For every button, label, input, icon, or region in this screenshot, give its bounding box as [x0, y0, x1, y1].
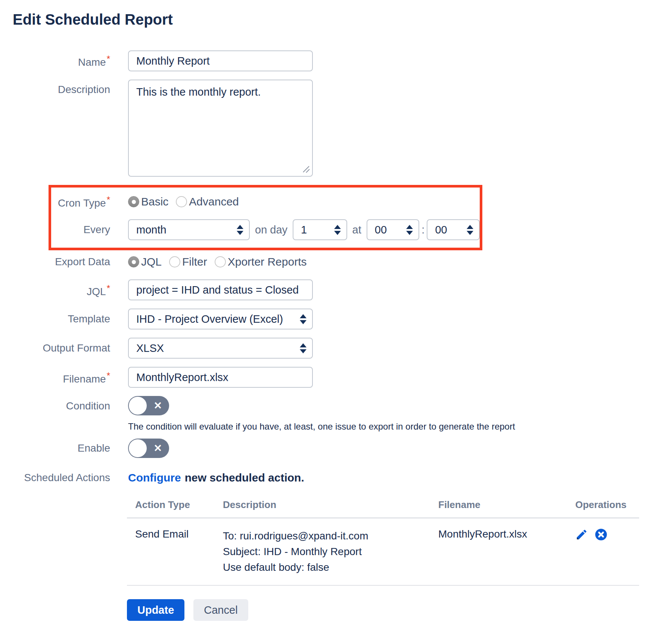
header-operations: Operations: [575, 499, 639, 511]
scheduled-report-form: Name* Description This is the monthly re…: [0, 50, 669, 621]
export-data-row: Export Data JQL Filter Xporter Reports: [0, 256, 669, 268]
name-input[interactable]: [128, 50, 313, 71]
select-spinner-icon: [467, 225, 473, 235]
jql-label: JQL*: [0, 282, 110, 298]
edit-icon[interactable]: [575, 528, 588, 541]
header-description: Description: [223, 499, 438, 511]
select-spinner-icon: [406, 225, 413, 235]
cell-description: To: rui.rodrigues@xpand-it.com Subject: …: [223, 528, 438, 575]
template-row: Template IHD - Project Overview (Excel): [0, 309, 669, 329]
toggle-off-icon: ✕: [153, 442, 162, 454]
output-format-select[interactable]: XLSX: [128, 338, 313, 359]
required-asterisk: *: [107, 195, 110, 205]
export-data-radio-group: JQL Filter Xporter Reports: [128, 256, 307, 268]
radio-unselected-icon: [169, 256, 180, 267]
cell-action-type: Send Email: [135, 528, 223, 575]
cron-type-radio-group: Basic Advanced: [128, 195, 239, 208]
delete-icon[interactable]: [595, 528, 607, 541]
page-title: Edit Scheduled Report: [13, 11, 669, 28]
configure-link[interactable]: Configure: [128, 471, 181, 484]
configure-rest-text: new scheduled action.: [185, 471, 304, 484]
enable-row: Enable ✕: [0, 439, 669, 458]
cell-operations: [575, 528, 639, 575]
on-day-label: on day: [255, 224, 287, 236]
time-separator: :: [421, 224, 424, 236]
cron-highlight-box: Cron Type* Basic Advanced Every month: [49, 185, 482, 250]
filename-input[interactable]: [128, 367, 313, 388]
radio-selected-icon: [128, 196, 139, 207]
required-asterisk: *: [107, 283, 110, 293]
select-spinner-icon: [300, 314, 307, 324]
cron-type-option-basic[interactable]: Basic: [128, 195, 168, 208]
toggle-off-icon: ✕: [153, 400, 162, 412]
required-asterisk: *: [107, 54, 110, 64]
scheduled-actions-line: Configurenew scheduled action.: [128, 471, 304, 484]
export-data-option-xporter-reports[interactable]: Xporter Reports: [215, 256, 307, 268]
condition-help-text: The condition will evaluate if you have,…: [128, 421, 515, 432]
minute-select[interactable]: 00: [427, 219, 480, 240]
jql-row: JQL*: [0, 279, 669, 300]
header-action-type: Action Type: [135, 499, 223, 511]
export-data-option-jql[interactable]: JQL: [128, 256, 162, 268]
filename-label: Filename*: [0, 369, 110, 386]
enable-label: Enable: [0, 442, 110, 455]
select-spinner-icon: [237, 225, 243, 235]
description-label: Description: [0, 83, 110, 96]
name-label: Name*: [0, 53, 110, 69]
radio-unselected-icon: [176, 196, 187, 207]
output-format-row: Output Format XLSX: [0, 338, 669, 359]
export-data-label: Export Data: [0, 256, 110, 268]
radio-unselected-icon: [215, 256, 226, 267]
update-button[interactable]: Update: [127, 599, 184, 621]
at-label: at: [352, 224, 361, 236]
toggle-knob: [129, 397, 147, 415]
every-label: Every: [51, 223, 110, 236]
radio-selected-icon: [128, 256, 139, 267]
toggle-knob: [129, 439, 147, 457]
day-select[interactable]: 1: [293, 219, 347, 240]
edit-scheduled-report-page: Edit Scheduled Report Name* Description …: [0, 0, 669, 621]
condition-label: Condition: [0, 400, 110, 412]
condition-row: Condition ✕ The condition will evaluate …: [0, 396, 669, 432]
cancel-button[interactable]: Cancel: [193, 599, 248, 621]
scheduled-actions-table: Action Type Description Filename Operati…: [127, 499, 639, 586]
description-textarea[interactable]: This is the monthly report.: [128, 80, 313, 177]
filename-row: Filename*: [0, 367, 669, 388]
hour-select[interactable]: 00: [367, 219, 420, 240]
output-format-label: Output Format: [0, 342, 110, 354]
template-select[interactable]: IHD - Project Overview (Excel): [128, 309, 313, 329]
table-row: Send Email To: rui.rodrigues@xpand-it.co…: [127, 518, 639, 586]
description-row: Description This is the monthly report.: [0, 80, 669, 177]
name-row: Name*: [0, 50, 669, 71]
cron-type-label: Cron Type*: [51, 193, 110, 210]
select-spinner-icon: [334, 225, 341, 235]
table-header-row: Action Type Description Filename Operati…: [127, 499, 639, 518]
scheduled-actions-row: Scheduled Actions Configurenew scheduled…: [0, 471, 669, 484]
export-data-option-filter[interactable]: Filter: [169, 256, 207, 268]
every-unit-select[interactable]: month: [128, 219, 250, 240]
jql-input[interactable]: [128, 279, 313, 300]
select-spinner-icon: [300, 343, 307, 353]
enable-toggle[interactable]: ✕: [128, 439, 169, 458]
form-buttons: Update Cancel: [127, 599, 669, 621]
condition-toggle[interactable]: ✕: [128, 396, 169, 415]
every-row: Every month on day 1 at 00 : 00: [51, 219, 480, 240]
cron-type-option-advanced[interactable]: Advanced: [176, 195, 239, 208]
cron-type-row: Cron Type* Basic Advanced: [51, 193, 480, 210]
scheduled-actions-label: Scheduled Actions: [0, 471, 110, 484]
required-asterisk: *: [107, 371, 110, 381]
cell-filename: MonthlyReport.xlsx: [438, 528, 575, 575]
template-label: Template: [0, 313, 110, 325]
header-filename: Filename: [438, 499, 575, 511]
